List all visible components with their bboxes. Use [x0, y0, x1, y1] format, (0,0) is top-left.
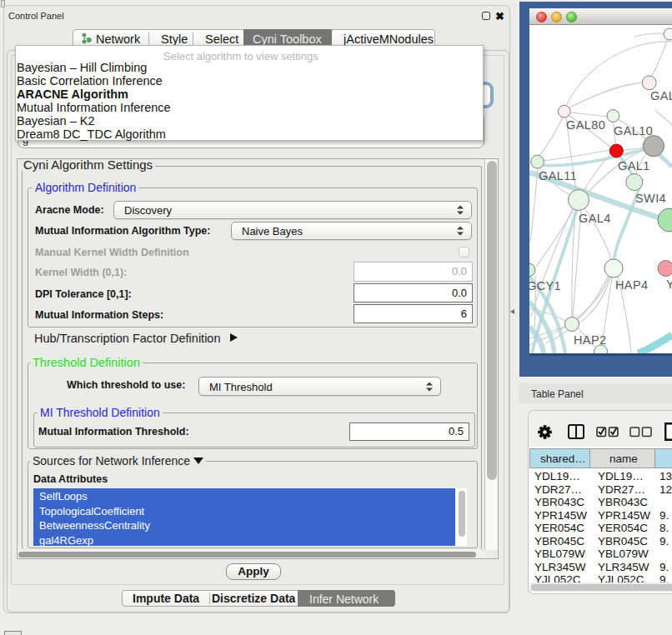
svg-text:SWI4: SWI4 — [635, 192, 666, 205]
svg-text:GAL1: GAL1 — [618, 159, 650, 172]
svg-text:GAL10: GAL10 — [614, 124, 653, 138]
svg-text:GCY1: GCY1 — [529, 279, 561, 292]
svg-text:GAL4: GAL4 — [579, 212, 611, 225]
svg-text:Y: Y — [666, 278, 672, 291]
svg-text:GAL: GAL — [650, 89, 672, 102]
svg-text:GAL80: GAL80 — [566, 118, 605, 132]
svg-text:HAP4: HAP4 — [615, 278, 648, 292]
svg-text:GAL11: GAL11 — [539, 169, 577, 182]
svg-text:HAP2: HAP2 — [574, 333, 606, 347]
